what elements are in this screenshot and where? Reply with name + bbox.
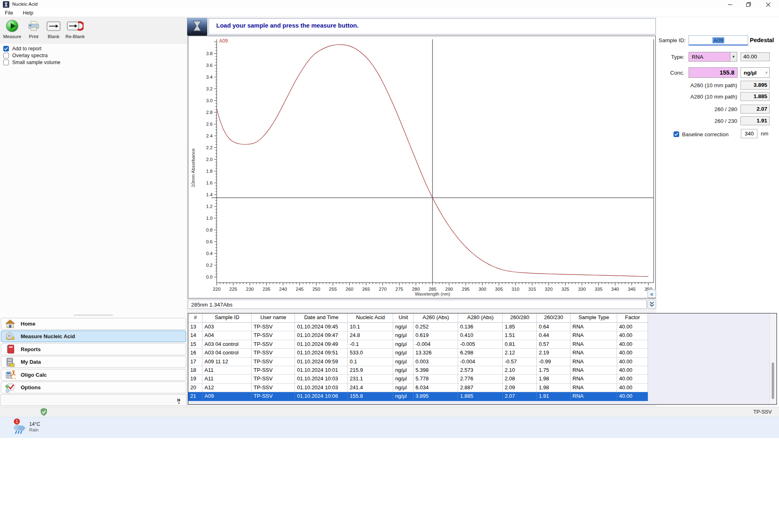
sidebar-item-oligo-calc[interactable]: Oligo Calc bbox=[1, 369, 186, 381]
close-button[interactable] bbox=[757, 0, 779, 9]
chevron-down-icon: ˅ bbox=[765, 71, 768, 75]
table-cell: TP-SSV bbox=[252, 323, 295, 331]
table-cell: 0.1 bbox=[348, 358, 393, 366]
sample-id-input[interactable]: A09 bbox=[689, 35, 748, 45]
table-cell: ng/µl bbox=[393, 331, 413, 340]
table-cell: 1.885 bbox=[458, 392, 503, 401]
unit-dropdown[interactable]: ng/µl ˅ bbox=[740, 67, 770, 78]
table-cell: -0.005 bbox=[458, 340, 503, 349]
re-blank-button[interactable]: Re-Blank bbox=[64, 19, 86, 39]
table-cell: 155.8 bbox=[348, 392, 393, 401]
table-cell: TP-SSV bbox=[252, 366, 295, 375]
svg-text:235: 235 bbox=[263, 287, 270, 292]
svg-text:310: 310 bbox=[512, 287, 519, 292]
table-row[interactable]: 21A09TP-SSV01.10.2024 10:06155.8ng/µl3.8… bbox=[188, 392, 648, 401]
column-header: Unit bbox=[393, 313, 413, 323]
svg-text:1.2: 1.2 bbox=[206, 204, 213, 209]
table-cell: 40.00 bbox=[617, 340, 648, 349]
concentration-value[interactable]: 155.8 bbox=[689, 67, 738, 78]
menu-item-file[interactable]: File bbox=[0, 9, 18, 17]
spectrum-plot[interactable]: 2202252302352402452502552602652702752802… bbox=[188, 36, 655, 298]
restore-button[interactable] bbox=[739, 0, 757, 9]
double-chevron-down-icon bbox=[649, 301, 654, 307]
table-row[interactable]: 17A09 11 12TP-SSV01.10.2024 09:590.1ng/µ… bbox=[188, 358, 648, 366]
mydata-icon bbox=[5, 357, 15, 367]
blank-button[interactable]: Blank bbox=[44, 19, 63, 39]
table-cell: -0.57 bbox=[503, 358, 537, 366]
factor-field[interactable]: 40.00 bbox=[740, 52, 770, 61]
table-row[interactable]: 16A03 04 controlTP-SSV01.10.2024 09:5153… bbox=[188, 349, 648, 357]
print-button[interactable]: Print bbox=[24, 19, 43, 39]
measure-button[interactable]: Measure bbox=[1, 19, 24, 39]
table-cell: 6.034 bbox=[413, 384, 458, 392]
metric-label-3: 260 / 230 bbox=[665, 118, 737, 124]
svg-text:250: 250 bbox=[312, 287, 320, 292]
table-cell: -0.004 bbox=[458, 358, 503, 366]
checkbox-small-sample-volume[interactable] bbox=[3, 60, 9, 65]
table-cell: 1.98 bbox=[537, 384, 570, 392]
baseline-checkbox[interactable] bbox=[674, 131, 679, 137]
svg-text:305: 305 bbox=[495, 287, 503, 292]
table-row[interactable]: 13A03TP-SSV01.10.2024 09:4510.1ng/µl0.25… bbox=[188, 323, 648, 331]
table-scrollbar[interactable] bbox=[769, 314, 776, 404]
scrollbar-thumb[interactable] bbox=[772, 363, 774, 399]
table-cell: 17 bbox=[188, 358, 202, 366]
menu-bar: FileHelp bbox=[0, 9, 779, 17]
table-cell: RNA bbox=[570, 366, 617, 375]
column-header: Sample ID bbox=[202, 313, 252, 323]
app-icon bbox=[3, 1, 9, 8]
table-row[interactable]: 15A03 04 controlTP-SSV01.10.2024 09:49-0… bbox=[188, 340, 648, 349]
table-cell: ng/µl bbox=[393, 340, 413, 349]
svg-text:225: 225 bbox=[229, 287, 237, 292]
menu-item-help[interactable]: Help bbox=[18, 9, 38, 17]
svg-text:Wavelength (nm): Wavelength (nm) bbox=[415, 292, 450, 296]
metric-label-1: A280 (10 mm path) bbox=[665, 94, 737, 100]
table-cell: 10.1 bbox=[348, 323, 393, 331]
sidebar-item-reports[interactable]: Reports bbox=[1, 343, 186, 355]
table-cell: 1.51 bbox=[503, 331, 537, 340]
svg-text:340: 340 bbox=[611, 287, 619, 292]
table-cell: RNA bbox=[570, 358, 617, 366]
metric-value-1: 1.885 bbox=[740, 92, 770, 101]
sidebar-item-home[interactable]: Home bbox=[1, 318, 186, 330]
svg-text:255: 255 bbox=[329, 287, 337, 292]
shield-check-icon bbox=[40, 408, 48, 416]
measure-nav-icon bbox=[5, 331, 15, 342]
type-dropdown[interactable]: RNA ▼ bbox=[689, 52, 737, 62]
splitter-handle[interactable] bbox=[74, 315, 112, 315]
sidebar-item-my-data[interactable]: My Data bbox=[1, 356, 186, 368]
table-row[interactable]: 20A12TP-SSV01.10.2024 10:03241.4ng/µl6.0… bbox=[188, 384, 648, 392]
results-table: #Sample IDUser nameDate and TimeNucleic … bbox=[188, 313, 648, 401]
expand-table-button[interactable] bbox=[648, 300, 656, 309]
baseline-wavelength-input[interactable]: 340 bbox=[741, 129, 757, 138]
table-cell: 40.00 bbox=[617, 349, 648, 357]
nav-expander[interactable]: » ▾ bbox=[0, 394, 187, 406]
table-cell: 0.619 bbox=[413, 331, 458, 340]
table-cell: ng/µl bbox=[393, 349, 413, 357]
table-row[interactable]: 14A04TP-SSV01.10.2024 09:4724.8ng/µl0.61… bbox=[188, 331, 648, 340]
table-row[interactable]: 19A11TP-SSV01.10.2024 10:03231.1ng/µl5.7… bbox=[188, 375, 648, 383]
metric-value-3: 1.91 bbox=[740, 116, 770, 125]
table-row[interactable]: 18A11TP-SSV01.10.2024 10:01215.9ng/µl5.3… bbox=[188, 366, 648, 375]
checkbox-overlay-spectra[interactable] bbox=[3, 53, 9, 58]
minimize-button[interactable] bbox=[721, 0, 739, 9]
table-cell: 2.10 bbox=[503, 366, 537, 375]
svg-text:2.4: 2.4 bbox=[206, 133, 213, 138]
collapse-chart-button[interactable]: « bbox=[648, 290, 656, 298]
weather-widget[interactable]: 1 14°C Rain bbox=[7, 419, 64, 437]
svg-text:345: 345 bbox=[628, 287, 635, 292]
baseline-row: Baseline correction bbox=[674, 129, 729, 139]
sidebar-item-measure-nucleic-acid[interactable]: Measure Nucleic Acid bbox=[1, 330, 186, 342]
weather-temp: 14°C bbox=[29, 421, 40, 427]
baseline-label: Baseline correction bbox=[682, 131, 729, 137]
svg-text:320: 320 bbox=[545, 287, 553, 292]
sidebar-item-options[interactable]: Options bbox=[1, 382, 186, 393]
checkbox-add-to-report[interactable] bbox=[3, 46, 9, 51]
table-cell: 01.10.2024 10:01 bbox=[295, 366, 348, 375]
svg-text:315: 315 bbox=[528, 287, 536, 292]
svg-text:300: 300 bbox=[478, 287, 486, 292]
option-row-add-to-report: Add to report bbox=[3, 45, 41, 51]
table-cell: ng/µl bbox=[393, 323, 413, 331]
svg-text:A09: A09 bbox=[219, 38, 228, 44]
cursor-readout: 285nm 1.347Abs bbox=[191, 302, 232, 308]
